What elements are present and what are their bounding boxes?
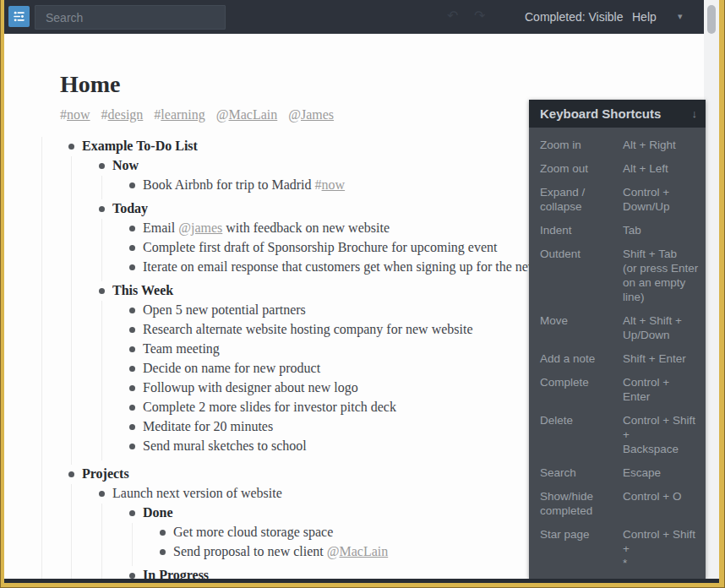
outline-item-text[interactable]: Research alternate website hosting compa… — [143, 320, 473, 339]
bullet-icon[interactable] — [129, 417, 143, 430]
outline-item-text[interactable]: Iterate on email response that customers… — [143, 258, 543, 276]
scrollbar-thumb[interactable] — [707, 5, 716, 34]
outline-item-text[interactable]: Done — [143, 504, 173, 522]
top-bar: ↶ ↷ Completed: Visible Help ▾ — [4, 0, 704, 34]
bullet-icon[interactable] — [129, 320, 143, 333]
outline-item-text[interactable]: Team meeting — [143, 340, 220, 358]
shortcut-action-label: Expand / collapse — [540, 185, 611, 214]
shortcut-action-label: Search — [540, 466, 611, 480]
tag-link[interactable]: #design — [101, 107, 144, 122]
outline-item-text[interactable]: Complete 2 more slides for investor pitc… — [143, 398, 396, 416]
shortcut-action-label: Outdent — [540, 247, 611, 304]
shortcut-row: Zoom out Alt + Left — [540, 161, 699, 176]
undo-icon[interactable]: ↶ — [447, 8, 458, 24]
outline-item-text[interactable]: Get more cloud storage space — [173, 523, 333, 542]
shortcut-keys-label: Control + O — [623, 489, 699, 518]
tag-link[interactable]: @MacLain — [327, 544, 388, 558]
outline-item-text[interactable]: Open 5 new potential partners — [143, 301, 306, 319]
shortcut-row: Move Alt + Shift + Up/Down — [540, 313, 699, 342]
outline-item-text[interactable]: Decide on name for new product — [143, 359, 320, 378]
tag-link[interactable]: @James — [288, 107, 334, 122]
shortcut-action-label: Zoom out — [540, 161, 611, 176]
outline-item-text[interactable]: Followup with designer about new logo — [143, 378, 358, 397]
collapse-panel-icon[interactable]: ↓ — [692, 107, 698, 120]
app-surface: ↶ ↷ Completed: Visible Help ▾ Home #now … — [4, 0, 719, 583]
bullet-icon[interactable] — [129, 398, 143, 411]
outline-item-text[interactable]: Today — [112, 199, 148, 218]
shortcuts-body: Zoom in Alt + Right Zoom out Alt + Left … — [529, 128, 706, 579]
bullet-icon[interactable] — [160, 523, 173, 536]
outline-item-text[interactable]: Email @james with feedback on new websit… — [143, 219, 390, 237]
shortcut-row: Expand / collapse Control + Down/Up — [540, 185, 699, 214]
list-lines-icon — [11, 8, 27, 24]
bullet-icon[interactable] — [129, 176, 143, 188]
outline-item-text[interactable]: Projects — [82, 465, 129, 483]
bullet-icon[interactable] — [129, 378, 143, 391]
bullet-icon[interactable] — [68, 137, 82, 150]
shortcut-action-label: Indent — [540, 223, 611, 237]
bullet-icon[interactable] — [129, 219, 143, 231]
shortcut-row: Delete Control + Shift + Backspace — [540, 413, 699, 456]
shortcut-row: Star page Control + Shift + * — [540, 527, 699, 570]
tag-link[interactable]: @MacLain — [216, 107, 277, 122]
shortcut-keys-label: Control + Down/Up — [623, 185, 699, 214]
vertical-scrollbar[interactable] — [704, 0, 719, 579]
tag-link[interactable]: #now — [60, 107, 90, 122]
shortcut-keys-label: Control + Shift + Backspace — [623, 413, 699, 456]
shortcut-row: Zoom in Alt + Right — [540, 138, 699, 152]
outline-item-text[interactable]: This Week — [112, 281, 173, 300]
redo-icon[interactable]: ↷ — [474, 8, 485, 24]
bullet-icon[interactable] — [99, 484, 112, 497]
bullet-icon[interactable] — [129, 258, 143, 270]
bullet-icon[interactable] — [129, 504, 143, 516]
shortcut-row: Add a note Shift + Enter — [540, 351, 699, 366]
outline-item-text[interactable]: Send mural sketches to school — [143, 437, 307, 455]
outline-item-text[interactable]: Example To-Do List — [82, 137, 198, 155]
outline-item-text[interactable]: Now — [112, 156, 139, 175]
tag-link[interactable]: #now — [315, 177, 346, 192]
bullet-icon[interactable] — [68, 465, 82, 477]
shortcut-row: Show/hide completed Control + O — [540, 489, 699, 518]
shortcut-row: Indent Tab — [540, 223, 699, 237]
chevron-down-icon: ▾ — [678, 11, 683, 22]
app-logo-button[interactable] — [8, 6, 30, 27]
shortcut-keys-label: Alt + Left — [623, 161, 699, 176]
shortcut-row: Outdent Shift + Tab (or press Enter on a… — [540, 247, 699, 304]
bullet-icon[interactable] — [129, 566, 143, 579]
shortcut-action-label: Zoom in — [540, 138, 611, 152]
shortcut-action-label: Add a note — [540, 351, 611, 366]
shortcut-keys-label: Shift + Enter — [623, 351, 699, 366]
shortcut-action-label: Show/hide completed — [540, 489, 611, 518]
bullet-icon[interactable] — [129, 359, 143, 372]
page-title: Home — [60, 71, 704, 98]
shortcut-action-label: Complete — [540, 375, 611, 404]
bullet-icon[interactable] — [129, 340, 143, 352]
bullet-icon[interactable] — [99, 156, 112, 169]
bullet-icon[interactable] — [129, 437, 143, 449]
bullet-icon[interactable] — [129, 301, 143, 313]
completed-toggle[interactable]: Completed: Visible — [525, 10, 623, 24]
outline-item-text[interactable]: Launch next version of website — [112, 484, 282, 503]
shortcut-keys-label: Control + Enter — [623, 375, 699, 404]
bullet-icon[interactable] — [99, 281, 112, 294]
shortcut-row: Search Escape — [540, 466, 699, 480]
shortcut-keys-label: Alt + Right — [623, 138, 699, 152]
bullet-icon[interactable] — [99, 199, 112, 212]
outline-item-text[interactable]: Meditate for 20 minutes — [143, 417, 273, 436]
search-input[interactable] — [35, 5, 226, 30]
tag-link[interactable]: #learning — [154, 107, 204, 122]
shortcuts-panel-header: Keyboard Shortcuts ↓ — [529, 100, 706, 128]
shortcut-action-label: Move — [540, 313, 611, 342]
bullet-icon[interactable] — [129, 238, 143, 251]
outline-item-text[interactable]: Book Airbnb for trip to Madrid #now — [143, 176, 345, 194]
outline-item-text[interactable]: Complete first draft of Sponsorship Broc… — [143, 238, 497, 257]
help-menu[interactable]: Help — [632, 10, 657, 24]
shortcut-row: Complete Control + Enter — [540, 375, 699, 404]
shortcut-keys-label: Alt + Shift + Up/Down — [623, 313, 699, 342]
outline-item-text[interactable]: Send proposal to new client @MacLain — [173, 542, 388, 561]
bottom-edge-bar — [4, 579, 719, 583]
tag-link[interactable]: @james — [178, 220, 222, 235]
shortcut-keys-label: Escape — [623, 466, 699, 480]
bullet-icon[interactable] — [160, 542, 173, 555]
shortcut-action-label: Star page — [540, 527, 611, 570]
